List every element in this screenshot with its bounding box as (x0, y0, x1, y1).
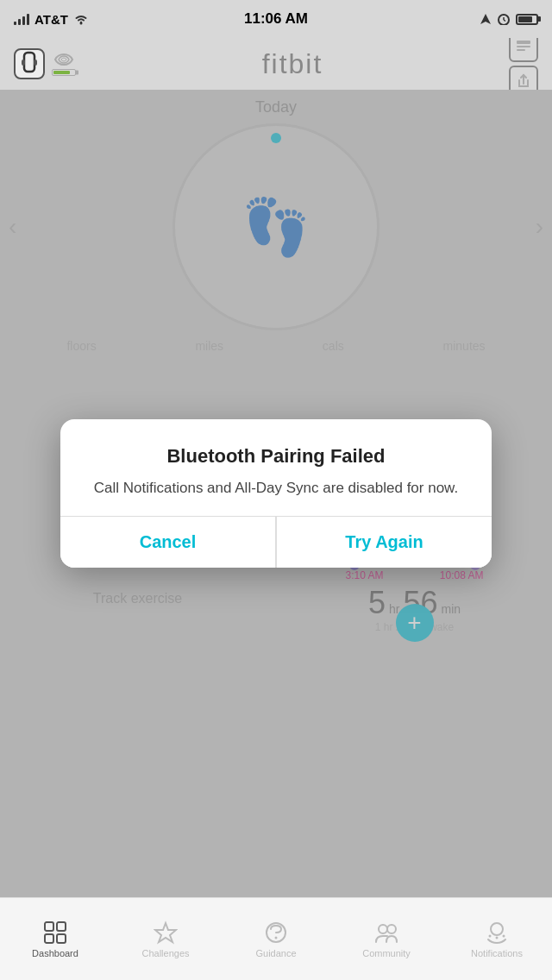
svg-rect-8 (517, 41, 530, 44)
tab-guidance[interactable]: Guidance (221, 898, 331, 980)
tab-challenges-label: Challenges (141, 948, 189, 958)
svg-marker-22 (155, 923, 176, 942)
svg-rect-6 (22, 60, 25, 66)
community-icon (374, 920, 398, 945)
fitbit-band-icon (21, 51, 38, 77)
status-time: 11:06 AM (244, 10, 308, 28)
tab-challenges[interactable]: Challenges (110, 898, 221, 980)
svg-rect-9 (517, 46, 530, 47)
modal-title: Bluetooth Pairing Failed (86, 445, 466, 468)
modal-body: Bluetooth Pairing Failed Call Notificati… (60, 419, 492, 516)
modal-buttons: Cancel Try Again (60, 517, 492, 568)
svg-point-24 (275, 936, 278, 939)
svg-rect-10 (517, 49, 525, 51)
alarm-icon (497, 13, 511, 25)
device-battery (52, 52, 76, 76)
tab-community[interactable]: Community (331, 898, 442, 980)
header-actions (509, 33, 538, 95)
notifications-icon (485, 920, 509, 945)
carrier-label: AT&T (34, 12, 68, 27)
bluetooth-pairing-modal: Bluetooth Pairing Failed Call Notificati… (60, 419, 492, 568)
tab-dashboard[interactable]: Dashboard (0, 898, 110, 980)
status-bar: AT&T 11:06 AM (0, 0, 552, 38)
svg-marker-1 (480, 14, 491, 24)
tab-bar: Dashboard Challenges Guidance Community (0, 897, 552, 980)
svg-point-29 (496, 936, 499, 939)
svg-rect-18 (45, 922, 53, 931)
svg-rect-20 (45, 934, 53, 943)
svg-point-28 (489, 934, 492, 937)
svg-line-4 (504, 20, 505, 22)
device-info (14, 48, 76, 79)
share-svg (516, 72, 531, 89)
challenges-icon (154, 920, 178, 945)
main-content: Today ‹ 👣 › floors miles cals minutes (0, 90, 552, 897)
modal-message: Call Notifications and All-Day Sync are … (86, 478, 466, 499)
location-icon (480, 13, 492, 25)
svg-point-25 (379, 925, 387, 933)
tab-notifications[interactable]: Notifications (442, 898, 552, 980)
svg-rect-5 (24, 53, 34, 72)
tab-community-label: Community (362, 948, 411, 958)
status-right (480, 13, 538, 25)
cancel-button[interactable]: Cancel (60, 517, 276, 568)
guidance-icon (264, 920, 288, 945)
tab-dashboard-label: Dashboard (32, 948, 78, 958)
wireless-icon (52, 52, 76, 67)
battery-icon (516, 14, 538, 25)
svg-point-26 (387, 925, 396, 933)
profile-svg (515, 39, 532, 56)
status-left: AT&T (14, 12, 89, 27)
tab-guidance-label: Guidance (255, 948, 296, 958)
try-again-button[interactable]: Try Again (277, 517, 492, 568)
modal-overlay: Bluetooth Pairing Failed Call Notificati… (0, 90, 552, 897)
tab-notifications-label: Notifications (471, 948, 523, 958)
svg-point-30 (503, 934, 505, 937)
signal-icon (14, 13, 29, 25)
svg-point-27 (491, 923, 503, 935)
app-header: fitbit (0, 38, 552, 90)
svg-rect-21 (57, 934, 66, 943)
dashboard-icon (43, 920, 67, 945)
wifi-icon (73, 13, 89, 25)
svg-rect-7 (34, 60, 37, 66)
svg-rect-19 (57, 922, 66, 931)
app-title: fitbit (262, 48, 323, 80)
device-icon (14, 48, 45, 79)
svg-point-0 (79, 22, 82, 25)
